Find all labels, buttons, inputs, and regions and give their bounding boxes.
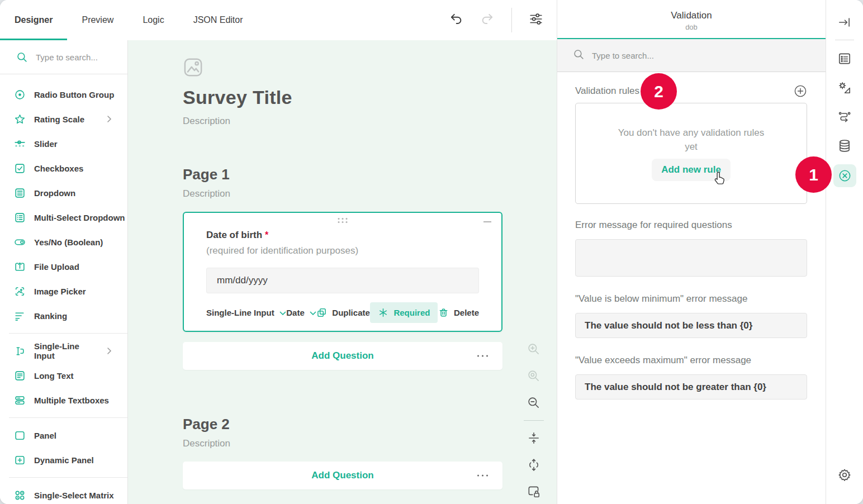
add-question-button-page1[interactable]: Add Question [183,342,502,370]
required-toggle-button[interactable]: Required [370,302,438,323]
toolbox-item-list: Radio Button Group Rating Scale Slider [0,74,127,504]
plus-circle-icon[interactable] [794,84,807,98]
tab-json-editor[interactable]: JSON Editor [179,0,258,40]
property-search-input[interactable] [592,51,704,60]
property-panel-header: Validation dob [557,0,826,39]
survey-creator-window: Designer Preview Logic JSON Editor [0,0,863,504]
toolbox-item-multiple-textboxes[interactable]: Multiple Textboxes [0,388,127,412]
required-error-label: Error message for required questions [575,220,807,231]
survey-title[interactable]: Survey Title [183,87,502,108]
max-error-input[interactable] [575,374,807,400]
question-action-bar: Single-Line Input Date [206,302,479,323]
duplicate-button[interactable]: Duplicate [316,307,370,318]
required-error-input[interactable] [575,239,807,277]
toolbox-item-slider[interactable]: Slider [0,131,127,156]
search-icon [16,51,28,63]
chevron-right-icon[interactable] [107,115,112,123]
question-type-selector[interactable]: Single-Line Input [206,308,286,317]
property-search[interactable] [557,39,826,72]
toolbox-search-input[interactable] [36,53,114,62]
page1-description[interactable]: Description [183,188,502,199]
chevron-right-icon[interactable] [107,347,112,355]
date-input[interactable] [206,268,479,293]
question-title[interactable]: Date of birth [206,230,262,240]
question-type-label: Single-Line Input [206,308,274,317]
image-placeholder-icon[interactable] [183,57,203,78]
lock-questions-icon[interactable] [527,484,541,499]
zoom-out-icon[interactable] [527,396,541,410]
expand-all-icon[interactable] [527,458,541,472]
file-upload-icon [14,261,26,273]
toolbox-item-label: Radio Button Group [34,90,114,99]
chevron-down-icon [310,308,316,317]
theme-icon[interactable] [837,80,852,95]
redo-button[interactable] [480,13,495,27]
data-icon[interactable] [837,139,852,153]
toolbox-sidebar: Radio Button Group Rating Scale Slider [0,40,128,504]
toolbox-item-file-upload[interactable]: File Upload [0,254,127,279]
question-card-dob[interactable]: Date of birth* (required for identificat… [183,212,502,332]
page2-title[interactable]: Page 2 [183,416,502,433]
toolbox-item-dynamic-panel[interactable]: Dynamic Panel [0,448,127,472]
required-error-field: Error message for required questions [575,220,807,277]
min-error-input[interactable] [575,313,807,338]
toolbox-item-rating-scale[interactable]: Rating Scale [0,107,127,131]
toolbar-divider [511,8,512,32]
toolbox-item-ranking[interactable]: Ranking [0,303,127,328]
toolbox-item-radio-button-group[interactable]: Radio Button Group [0,82,127,107]
tab-designer[interactable]: Designer [0,0,67,40]
survey-settings-button[interactable] [529,13,543,27]
step-badge-1: 1 [795,156,832,193]
validation-rules-label: Validation rules [575,85,639,97]
required-toggle-label: Required [393,308,430,317]
logic-tab-icon[interactable] [837,110,852,124]
zoom-in-icon[interactable] [527,342,541,356]
property-category-strip [826,0,863,504]
settings-gear-icon[interactable] [837,468,852,482]
drag-handle-icon[interactable] [338,218,348,223]
design-surface: Survey Title Description Page 1 Descript… [128,40,557,504]
asterisk-icon [378,307,388,318]
toolbox-item-label: Yes/No (Boolean) [34,237,103,247]
toolbox-item-multi-select-dropdown[interactable]: Multi-Select Dropdown [0,205,127,230]
panel-subtitle: dob [557,23,826,31]
toolbox-item-long-text[interactable]: Long Text [0,363,127,388]
survey-description[interactable]: Description [183,116,502,127]
toolbox-item-boolean[interactable]: Yes/No (Boolean) [0,230,127,254]
toolbox-search[interactable] [0,40,127,74]
delete-button[interactable]: Delete [438,307,479,318]
question-description[interactable]: (required for identification purposes) [206,245,479,256]
toolbox-item-dropdown[interactable]: Dropdown [0,180,127,205]
toolbox-item-single-line-input[interactable]: Single-Line Input [0,339,127,363]
rating-scale-icon [14,113,26,125]
toolbox-item-checkboxes[interactable]: Checkboxes [0,156,127,180]
page2-description[interactable]: Description [183,438,502,449]
max-error-field: "Value exceeds maximum" error message [575,355,807,400]
validation-icon [838,169,852,183]
collapse-panel-icon[interactable] [837,15,852,30]
validation-category-button[interactable] [833,164,856,187]
zoom-actual-size-icon[interactable] [527,369,541,383]
toolbox-item-label: Panel [34,431,56,440]
input-type-selector[interactable]: Date [286,308,316,317]
add-question-button-page2[interactable]: Add Question [183,462,502,489]
tab-preview[interactable]: Preview [67,0,128,40]
tab-logic[interactable]: Logic [128,0,178,40]
toolbox-item-single-select-matrix[interactable]: Single-Select Matrix [0,483,127,504]
empty-state-text-line2: yet [685,140,698,154]
property-grid-icon[interactable] [837,51,852,66]
undo-button[interactable] [449,13,463,27]
toolbox-item-panel[interactable]: Panel [0,423,127,448]
toolbar-actions [449,0,557,40]
toolbox-item-label: Multiple Textboxes [34,396,109,405]
question-type-menu-icon[interactable] [476,472,489,480]
collapse-question-icon[interactable] [483,221,491,222]
collapse-all-icon[interactable] [527,431,541,445]
question-type-menu-icon[interactable] [476,352,489,360]
toolbox-item-image-picker[interactable]: Image Picker [0,279,127,303]
property-panel-body: Validation rules You don't have any vali… [557,72,826,400]
toolbox-item-label: Single-Line Input [34,341,98,360]
toolbox-item-label: Image Picker [34,287,86,296]
add-question-label: Add Question [311,350,373,362]
page1-title[interactable]: Page 1 [183,166,502,183]
